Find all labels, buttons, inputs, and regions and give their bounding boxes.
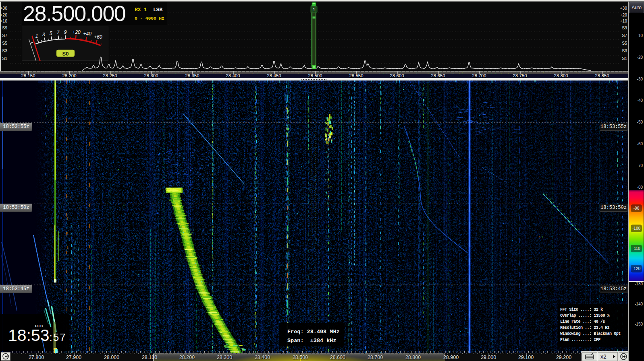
svg-text:1: 1 bbox=[313, 7, 315, 12]
